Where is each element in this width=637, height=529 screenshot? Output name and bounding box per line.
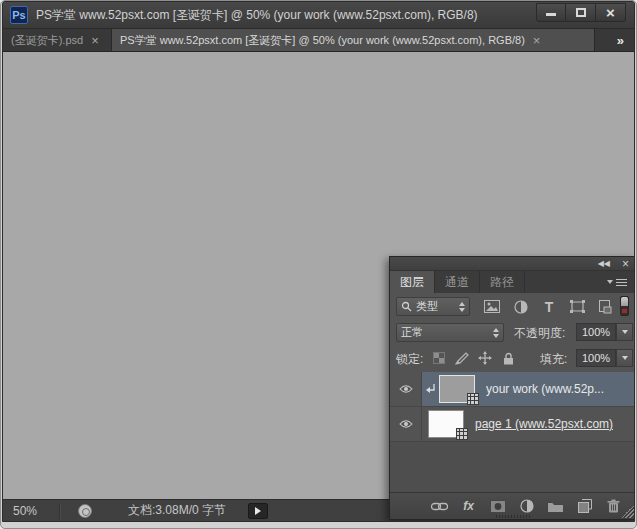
title-bar[interactable]: Ps PS学堂 www.52psxt.com [圣诞贺卡] @ 50% (you… [3, 2, 634, 29]
layer-name[interactable]: your work (www.52p... [486, 382, 604, 396]
filter-kind-dropdown[interactable]: 类型 [396, 297, 470, 316]
new-layer-icon[interactable] [575, 497, 594, 516]
layer-row-your-work[interactable]: your work (www.52p... [390, 372, 635, 407]
new-adjustment-layer-icon[interactable] [517, 497, 536, 516]
status-options-button[interactable] [248, 503, 268, 519]
arrow-right-icon [255, 507, 261, 515]
panel-tab-bar: 图层 通道 路径 [390, 271, 635, 293]
fill-label: 填充: [540, 351, 567, 368]
panel-body: 类型 T [390, 293, 635, 492]
tab-close-icon[interactable]: × [533, 34, 541, 47]
filter-shape-layers-icon[interactable] [567, 298, 587, 315]
tab-overflow-chevron-icon[interactable]: » [605, 33, 634, 48]
close-button[interactable]: × [596, 3, 626, 22]
layer-row-content[interactable]: page 1 (www.52psxt.com) [422, 407, 635, 441]
lock-fill-row: 锁定: 填充: 100% [390, 347, 635, 371]
eye-icon [399, 384, 413, 394]
layers-list: your work (www.52p... [390, 372, 635, 492]
lock-label: 锁定: [396, 351, 423, 368]
status-drive-icon[interactable] [78, 504, 92, 518]
photoshop-app-icon: Ps [10, 6, 28, 24]
window-controls: × [536, 3, 626, 22]
filter-kind-value: 类型 [416, 299, 438, 314]
add-layer-mask-icon[interactable] [488, 497, 507, 516]
chevron-down-icon [622, 330, 628, 334]
tab-document-1[interactable]: (圣诞贺卡).psd × [3, 29, 112, 51]
visibility-toggle[interactable] [390, 372, 422, 406]
opacity-label: 不透明度: [514, 325, 565, 342]
tab-document-2[interactable]: PS学堂 www.52psxt.com [圣诞贺卡] @ 50% (your w… [112, 29, 595, 51]
menu-lines-icon [616, 279, 627, 280]
eye-icon [399, 419, 413, 429]
maximize-button[interactable] [566, 3, 596, 22]
smart-object-badge-icon [456, 428, 468, 440]
search-icon [401, 301, 412, 312]
document-size-info: 文档:3.08M/0 字节 [128, 502, 226, 519]
lock-pixels-brush-icon[interactable] [453, 349, 471, 367]
status-divider [59, 503, 60, 519]
stepper-icon [454, 302, 465, 312]
window-title: PS学堂 www.52psxt.com [圣诞贺卡] @ 50% (your w… [36, 7, 528, 24]
new-group-folder-icon[interactable] [546, 497, 565, 516]
smart-object-badge-icon [467, 393, 479, 405]
filter-type-layers-icon[interactable]: T [539, 298, 559, 315]
minimize-icon [546, 13, 556, 16]
tab-paths[interactable]: 路径 [480, 271, 525, 293]
maximize-icon [576, 8, 586, 17]
link-layers-icon[interactable] [430, 497, 449, 516]
fill-value-field[interactable]: 100% [576, 349, 616, 367]
panel-menu-button[interactable] [607, 271, 635, 293]
zoom-level-field[interactable]: 50% [3, 504, 59, 518]
layer-name[interactable]: page 1 (www.52psxt.com) [475, 417, 613, 431]
filter-adjustment-layers-icon[interactable] [511, 298, 531, 315]
layer-thumbnail[interactable] [428, 410, 464, 438]
filter-pixel-layers-icon[interactable] [482, 298, 502, 315]
layer-row-page-1[interactable]: page 1 (www.52psxt.com) [390, 407, 635, 442]
blend-mode-dropdown[interactable]: 正常 [396, 323, 504, 342]
menu-triangle-icon [607, 280, 613, 284]
tab-layers[interactable]: 图层 [390, 271, 435, 293]
filter-toggle-switch[interactable] [620, 296, 629, 316]
layers-panel: ◀◀ × 图层 通道 路径 [389, 256, 635, 520]
stepper-icon [488, 328, 499, 338]
blend-mode-value: 正常 [401, 325, 423, 340]
panel-close-icon[interactable]: × [616, 257, 635, 271]
clipping-mask-arrow-icon [426, 384, 436, 395]
layer-effects-fx-icon[interactable]: fx [459, 497, 478, 516]
tab-label: (圣诞贺卡).psd [11, 33, 83, 48]
blend-opacity-row: 正常 不透明度: 100% [390, 321, 635, 345]
fill-dropdown-button[interactable] [616, 349, 633, 367]
lock-transparency-icon[interactable] [430, 349, 448, 367]
filter-smart-objects-icon[interactable] [595, 298, 615, 315]
lock-position-move-icon[interactable] [476, 349, 494, 367]
lock-all-padlock-icon[interactable] [499, 349, 517, 367]
layer-filter-row: 类型 T [390, 295, 635, 319]
minimize-button[interactable] [536, 3, 566, 22]
panel-resize-grip[interactable] [621, 505, 634, 518]
panel-header[interactable]: ◀◀ × [390, 257, 635, 271]
tab-close-icon[interactable]: × [91, 34, 99, 47]
opacity-value-field[interactable]: 100% [576, 323, 616, 341]
tab-channels[interactable]: 通道 [435, 271, 480, 293]
window-body: Ps PS学堂 www.52psxt.com [圣诞贺卡] @ 50% (you… [2, 1, 635, 522]
layer-row-content[interactable]: your work (www.52p... [422, 372, 635, 406]
close-icon: × [606, 5, 615, 20]
chevron-down-icon [622, 356, 628, 360]
layer-thumbnail[interactable] [439, 375, 475, 403]
opacity-dropdown-button[interactable] [616, 323, 633, 341]
document-tab-bar: (圣诞贺卡).psd × PS学堂 www.52psxt.com [圣诞贺卡] … [3, 29, 634, 52]
panel-drag-handle[interactable] [496, 515, 530, 518]
photoshop-window: Ps PS学堂 www.52psxt.com [圣诞贺卡] @ 50% (you… [0, 0, 637, 529]
collapse-panel-icon[interactable]: ◀◀ [592, 257, 616, 271]
tab-label: PS学堂 www.52psxt.com [圣诞贺卡] @ 50% (your w… [120, 33, 525, 48]
visibility-toggle[interactable] [390, 407, 422, 441]
